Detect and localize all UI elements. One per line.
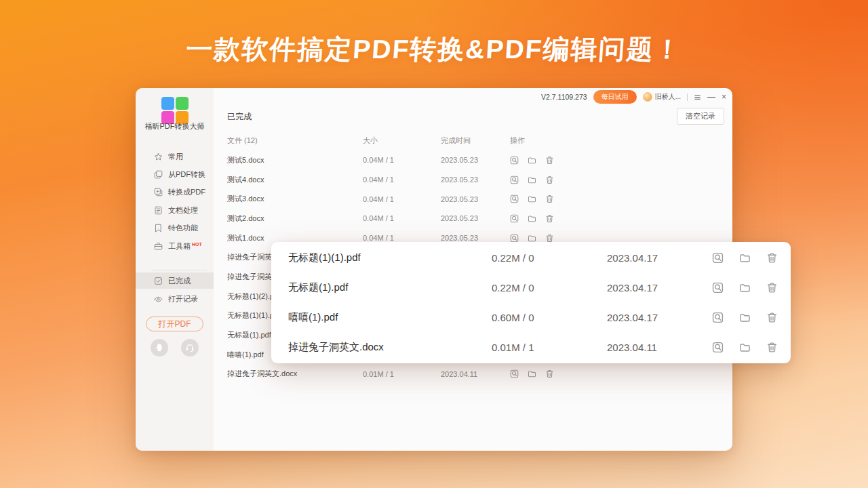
headset-icon [185,343,195,352]
table-row: 测试5.docx 0.04M / 1 2023.05.23 [214,150,732,170]
sidebar-item-open-history[interactable]: 打开记录 [136,291,214,307]
delete-button[interactable] [545,195,554,203]
row-actions [510,156,732,165]
open-folder-button[interactable] [528,156,536,165]
preview-button[interactable] [510,176,519,184]
sidebar-item-label: 特色功能 [168,223,198,233]
preview-icon [712,282,724,293]
preview-button[interactable] [510,369,519,378]
customer-service-button[interactable] [181,339,199,357]
from-pdf-icon [154,170,163,179]
sidebar-item-label: 从PDF转换 [168,169,205,180]
open-folder-button[interactable] [528,234,536,243]
avatar [643,92,652,102]
open-folder-button[interactable] [739,342,751,353]
clear-records-button[interactable]: 清空记录 [677,108,724,125]
preview-button[interactable] [510,214,519,223]
file-size: 0.01M / 1 [363,370,441,378]
row-actions [712,282,791,293]
sidebar-item-to-pdf[interactable]: 转换成PDF [136,184,214,201]
folder-icon [739,252,751,264]
open-folder-button[interactable] [528,214,536,223]
table-row: 测试3.docx 0.04M / 1 2023.05.23 [214,189,732,209]
qq-icon [155,343,164,352]
sidebar-records: 已完成 打开记录 [136,272,214,309]
document-icon [154,206,163,215]
preview-button[interactable] [510,195,519,203]
trash-icon [766,282,778,293]
user-account[interactable]: 旧桥人... [643,92,681,102]
sidebar-item-completed[interactable]: 已完成 [136,272,214,289]
preview-icon [510,176,519,184]
preview-icon [510,156,519,165]
delete-button[interactable] [545,214,554,223]
open-folder-button[interactable] [739,252,751,264]
daily-trial-button[interactable]: 每日试用 [593,90,637,104]
preview-button[interactable] [510,156,519,165]
file-time: 2023.05.23 [441,156,510,164]
col-header-time: 完成时间 [441,136,510,146]
file-time: 2023.04.11 [607,342,712,353]
preview-button[interactable] [712,252,724,264]
open-folder-button[interactable] [528,176,536,184]
toolbox-icon [154,242,163,251]
sidebar-item-toolbox[interactable]: 工具箱 HOT [136,237,214,255]
sidebar-item-from-pdf[interactable]: 从PDF转换 [136,165,214,183]
file-size: 0.04M / 1 [363,156,441,164]
open-folder-button[interactable] [528,369,536,378]
app-name: 福昕PDF转换大师 [136,121,214,131]
delete-button[interactable] [545,156,554,165]
delete-button[interactable] [766,312,778,323]
folder-icon [528,369,536,378]
sidebar-item-features[interactable]: 特色功能 [136,220,214,237]
trash-icon [766,252,778,264]
row-actions [510,214,732,223]
open-folder-button[interactable] [528,195,536,203]
trash-icon [545,369,554,378]
sidebar-item-label: 工具箱 [168,241,191,251]
minimize-button[interactable]: — [707,93,715,101]
hamburger-icon [694,94,701,101]
file-size: 0.01M / 1 [492,342,607,353]
menu-hamburger-icon[interactable] [694,94,701,101]
row-actions [712,252,791,264]
file-name: 测试2.docx [227,214,363,224]
open-folder-button[interactable] [739,312,751,323]
table-header: 文件 (12) 大小 完成时间 操作 [214,131,732,149]
logo-square-green [176,97,189,110]
preview-button[interactable] [712,342,724,353]
open-folder-button[interactable] [739,282,751,293]
close-button[interactable]: × [722,93,726,101]
file-size: 0.60M / 0 [492,312,607,323]
file-name: 掉进兔子洞英文.docx [227,369,363,379]
sidebar-item-label: 打开记录 [168,294,198,304]
hero-headline: 一款软件搞定PDF转换&PDF编辑问题！ [0,31,868,68]
folder-icon [528,195,536,203]
preview-button[interactable] [712,282,724,293]
open-pdf-button[interactable]: 打开PDF [146,317,203,331]
delete-button[interactable] [766,252,778,264]
delete-button[interactable] [545,369,554,378]
file-time: 2023.05.23 [441,176,510,184]
logo-grid-icon [161,97,189,124]
delete-button[interactable] [766,282,778,293]
completed-check-icon [154,277,163,285]
folder-icon [739,282,751,293]
file-name: 无标题(1)(1).pdf [288,251,492,264]
preview-button[interactable] [712,312,724,323]
sidebar-item-doc-process[interactable]: 文档处理 [136,201,214,219]
qq-support-button[interactable] [151,339,168,357]
preview-button[interactable] [510,234,519,243]
file-name: 掉进兔子洞英文.docx [288,341,492,354]
delete-button[interactable] [545,234,554,243]
sidebar-item-common[interactable]: 常用 [136,148,214,165]
folder-icon [528,214,536,223]
sidebar-item-label: 常用 [168,152,183,162]
popup-row: 无标题(1)(1).pdf 0.22M / 0 2023.04.17 [271,243,791,272]
file-time: 2023.04.17 [607,252,712,264]
file-size: 0.22M / 0 [492,252,607,264]
delete-button[interactable] [766,342,778,353]
window-titlebar: V2.7.1109.273 每日试用 旧桥人... — × [541,88,732,106]
file-name: 无标题(1).pdf [288,281,492,294]
delete-button[interactable] [545,176,554,184]
